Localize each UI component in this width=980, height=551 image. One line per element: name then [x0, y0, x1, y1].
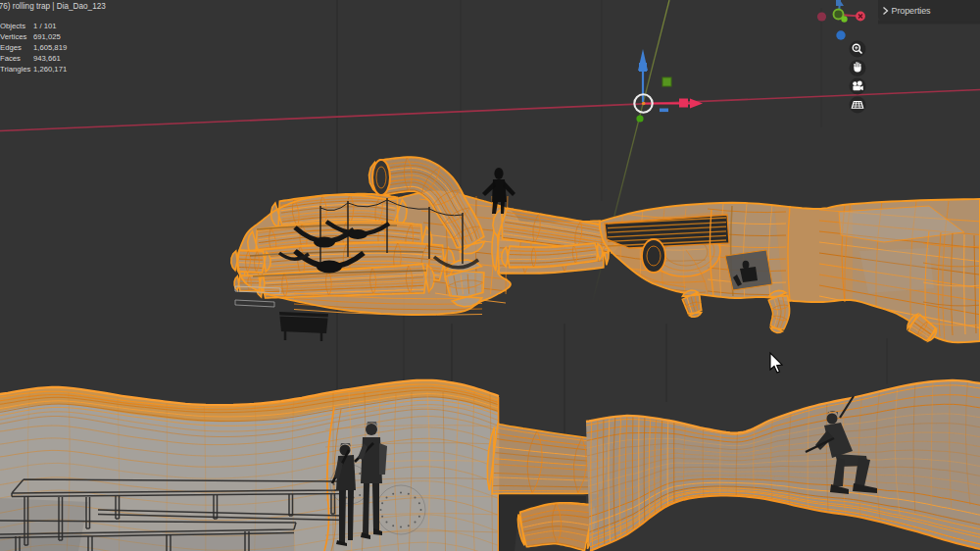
svg-text:691,025: 691,025 — [33, 32, 61, 41]
svg-text:1,605,819: 1,605,819 — [33, 43, 67, 52]
svg-text:1,260,171: 1,260,171 — [33, 65, 67, 74]
svg-text:Vertices: Vertices — [0, 32, 27, 41]
svg-text:Edges: Edges — [0, 43, 22, 52]
svg-text:Properties: Properties — [892, 6, 932, 16]
svg-text:Faces: Faces — [0, 54, 21, 63]
svg-text:1 / 101: 1 / 101 — [33, 22, 57, 30]
svg-text:(76) rolling trap | Dia_Dao_12: (76) rolling trap | Dia_Dao_123 — [0, 2, 106, 11]
svg-text:Objects: Objects — [0, 22, 25, 30]
svg-text:Triangles: Triangles — [0, 65, 30, 74]
svg-text:943,661: 943,661 — [33, 54, 61, 63]
